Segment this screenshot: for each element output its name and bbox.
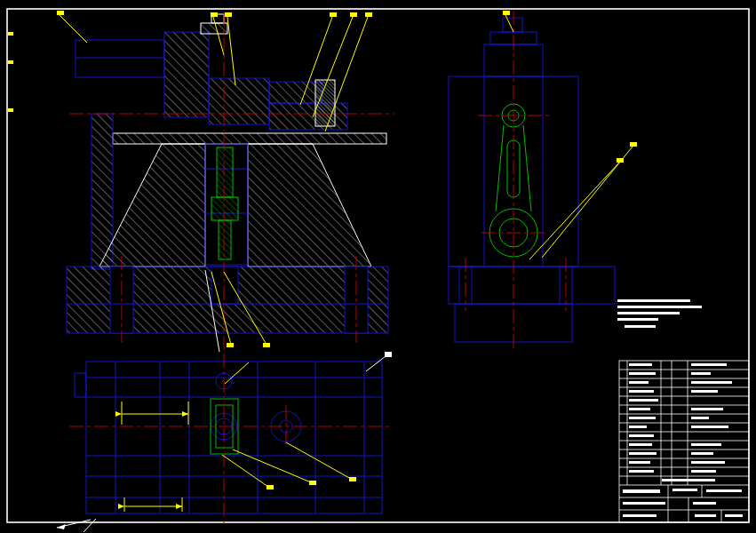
plan-outline: [86, 362, 382, 513]
workpiece-section: [211, 147, 238, 259]
plan-view: [69, 354, 393, 524]
note-line: [617, 312, 680, 314]
technical-notes: [617, 299, 702, 328]
cone-left-wall: [99, 144, 205, 266]
note-line: [617, 318, 658, 321]
note-line: [617, 299, 690, 302]
note-line: [625, 325, 656, 328]
front-section-view: [67, 12, 394, 352]
bracket-outline: [76, 40, 164, 77]
cone-right-wall: [248, 144, 371, 266]
plan-centerlines: [69, 354, 393, 524]
side-base: [449, 266, 615, 304]
parts-list-table: [619, 361, 749, 522]
plan-dimensions: [122, 402, 188, 512]
note-line: [617, 306, 702, 308]
side-view: [449, 11, 615, 348]
parts-list-text-bars: [629, 363, 732, 481]
title-block: [619, 485, 749, 522]
title-block-text-bars: [623, 489, 743, 517]
cad-drawing: [0, 0, 756, 533]
ucs-axis-icon: [57, 519, 96, 532]
side-centerlines: [466, 11, 566, 348]
cad-canvas[interactable]: [0, 0, 756, 533]
column-section: [164, 32, 209, 117]
